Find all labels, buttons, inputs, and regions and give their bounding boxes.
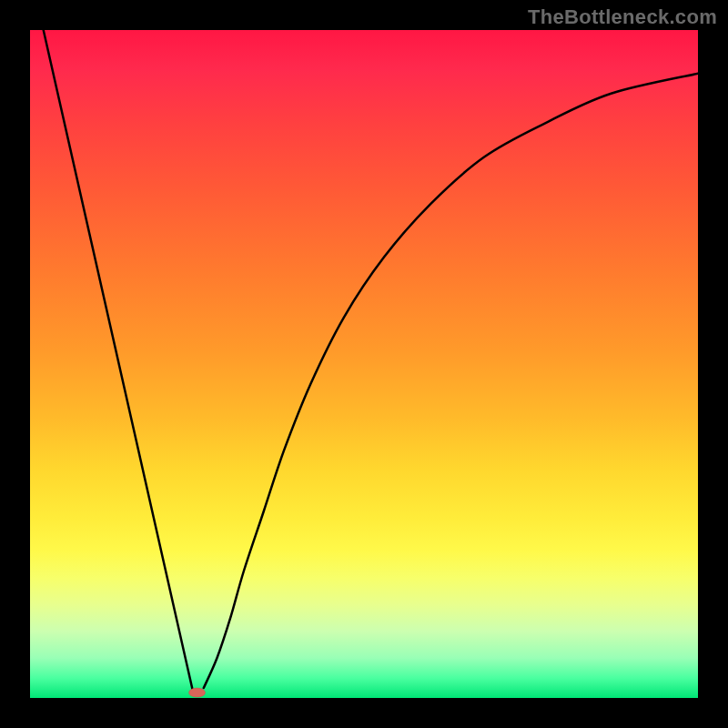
- curve-left-branch: [44, 30, 194, 694]
- chart-frame: TheBottleneck.com: [0, 0, 728, 728]
- watermark-text: TheBottleneck.com: [528, 5, 717, 29]
- plot-area: [30, 30, 698, 698]
- curve-svg: [30, 30, 698, 698]
- minimum-marker: [189, 688, 206, 697]
- curve-right-branch: [204, 74, 698, 688]
